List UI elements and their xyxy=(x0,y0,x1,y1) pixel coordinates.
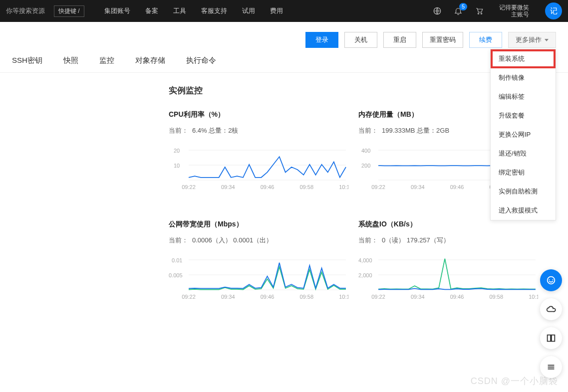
content: 实例监控 CPU利用率（%） 当前： 6.4% 总量：2核 20 10 xyxy=(0,73,568,317)
chart-cpu-meta: 当前： 6.4% 总量：2核 xyxy=(169,126,348,135)
chart-cpu: CPU利用率（%） 当前： 6.4% 总量：2核 20 10 09:2209:3… xyxy=(169,110,348,195)
dropdown-edit-tags[interactable]: 编辑标签 xyxy=(491,87,556,106)
svg-text:10: 10 xyxy=(174,163,180,169)
notification-badge: 5 xyxy=(459,3,467,10)
chart-diskio-plot: 4,000 2,000 09:2209:3409:4609:5810:10 xyxy=(358,250,538,305)
globe-icon[interactable] xyxy=(432,6,442,16)
chevron-down-icon xyxy=(545,39,549,41)
chart-cpu-meta-value: 6.4% 总量：2核 xyxy=(192,126,238,135)
svg-point-2 xyxy=(481,13,482,14)
tab-ssh-keys[interactable]: SSH密钥 xyxy=(12,56,42,65)
chart-diskio: 系统盘IO（KB/s） 当前： 0（读） 179.257（写） 4,000 2,… xyxy=(358,220,538,305)
search-hint[interactable]: 你等搜索资源 xyxy=(6,6,45,15)
chart-bandwidth-meta: 当前： 0.0006（入） 0.0001（出） xyxy=(169,236,348,245)
svg-text:09:34: 09:34 xyxy=(411,184,425,190)
dropdown-change-ip[interactable]: 更换公网IP xyxy=(491,125,556,144)
login-button[interactable]: 登录 xyxy=(305,32,338,48)
svg-text:09:46: 09:46 xyxy=(450,184,464,190)
nav-group-account[interactable]: 集团账号 xyxy=(104,6,130,15)
shortcut-key-button[interactable]: 快捷键 / xyxy=(54,5,84,17)
svg-point-1 xyxy=(478,13,479,14)
restart-button[interactable]: 重启 xyxy=(383,32,416,48)
chart-bandwidth: 公网带宽使用（Mbps） 当前： 0.0006（入） 0.0001（出） 0.0… xyxy=(169,220,348,305)
nav-beian[interactable]: 备案 xyxy=(145,6,158,15)
dropdown-rescue-mode[interactable]: 进入救援模式 xyxy=(491,201,556,220)
svg-text:09:58: 09:58 xyxy=(299,184,313,190)
bell-icon[interactable]: 5 xyxy=(453,6,463,16)
action-row: 登录 关机 重启 重置密码 续费 更多操作 重装系统 制作镜像 编辑标签 升级套… xyxy=(0,22,568,56)
topbar-icons: 5 记得要微笑 主账号 记 xyxy=(432,2,562,19)
nav-tools[interactable]: 工具 xyxy=(173,6,186,15)
svg-text:200: 200 xyxy=(361,163,370,169)
svg-text:400: 400 xyxy=(361,148,370,154)
topbar: 你等搜索资源 快捷键 / 集团账号 备案 工具 客服支持 试用 费用 5 记得要… xyxy=(0,0,568,22)
nav-support[interactable]: 客服支持 xyxy=(201,6,227,15)
chart-memory-meta-label: 当前： xyxy=(358,126,378,135)
user-label-line1: 记得要微笑 xyxy=(499,4,529,11)
tab-monitor[interactable]: 监控 xyxy=(99,56,114,65)
nav-billing[interactable]: 费用 xyxy=(270,6,283,15)
chart-bandwidth-meta-label: 当前： xyxy=(169,236,188,245)
cloud-float-button[interactable] xyxy=(540,298,562,320)
docs-float-button[interactable] xyxy=(540,327,562,349)
chart-diskio-title: 系统盘IO（KB/s） xyxy=(358,220,538,229)
dropdown-bind-key[interactable]: 绑定密钥 xyxy=(491,163,556,182)
tab-object-storage[interactable]: 对象存储 xyxy=(135,56,165,65)
svg-text:09:22: 09:22 xyxy=(371,294,385,300)
svg-text:09:34: 09:34 xyxy=(221,184,235,190)
svg-text:10:10: 10:10 xyxy=(339,184,348,190)
svg-text:09:22: 09:22 xyxy=(371,184,385,190)
svg-text:09:58: 09:58 xyxy=(489,294,503,300)
chart-bandwidth-title: 公网带宽使用（Mbps） xyxy=(169,220,348,229)
chart-memory-meta-value: 199.333MB 总量：2GB xyxy=(382,126,449,135)
svg-text:10:10: 10:10 xyxy=(529,294,538,300)
dropdown-self-detect[interactable]: 实例自助检测 xyxy=(491,182,556,201)
nav-trial[interactable]: 试用 xyxy=(242,6,255,15)
cart-icon[interactable] xyxy=(474,6,484,16)
float-buttons xyxy=(540,269,562,378)
svg-text:0.005: 0.005 xyxy=(169,272,183,278)
avatar[interactable]: 记 xyxy=(545,2,562,19)
chart-cpu-plot: 20 10 09:2209:3409:4609:5810:10 xyxy=(169,140,348,195)
user-label-line2: 主账号 xyxy=(499,11,529,18)
dropdown-create-image[interactable]: 制作镜像 xyxy=(491,68,556,87)
svg-text:10:10: 10:10 xyxy=(339,294,348,300)
chart-diskio-meta: 当前： 0（读） 179.257（写） xyxy=(358,236,538,245)
svg-text:09:58: 09:58 xyxy=(299,294,313,300)
svg-text:09:46: 09:46 xyxy=(261,294,275,300)
top-nav: 集团账号 备案 工具 客服支持 试用 费用 xyxy=(104,6,283,15)
more-actions-label: 更多操作 xyxy=(516,35,542,44)
chart-cpu-title: CPU利用率（%） xyxy=(169,110,348,119)
tab-exec-command[interactable]: 执行命令 xyxy=(186,56,216,65)
renew-button[interactable]: 续费 xyxy=(469,32,502,48)
svg-text:0.01: 0.01 xyxy=(172,257,182,263)
chart-cpu-meta-label: 当前： xyxy=(169,126,188,135)
tab-snapshot[interactable]: 快照 xyxy=(63,56,78,65)
shutdown-button[interactable]: 关机 xyxy=(344,32,377,48)
support-float-button[interactable] xyxy=(540,269,562,291)
more-actions-button[interactable]: 更多操作 xyxy=(508,32,556,48)
svg-text:4,000: 4,000 xyxy=(358,257,372,263)
chart-bandwidth-plot: 0.01 0.005 09:2209:3409:4609:5810:10 xyxy=(169,250,348,305)
svg-text:09:46: 09:46 xyxy=(261,184,275,190)
svg-text:09:46: 09:46 xyxy=(450,294,464,300)
dropdown-upgrade-plan[interactable]: 升级套餐 xyxy=(491,106,556,125)
chart-bandwidth-meta-value: 0.0006（入） 0.0001（出） xyxy=(192,236,273,245)
svg-text:09:34: 09:34 xyxy=(411,294,425,300)
user-label[interactable]: 记得要微笑 主账号 xyxy=(499,4,529,18)
svg-text:09:22: 09:22 xyxy=(182,294,196,300)
svg-text:2,000: 2,000 xyxy=(358,272,372,278)
svg-text:09:34: 09:34 xyxy=(221,294,235,300)
svg-point-43 xyxy=(548,277,555,284)
dropdown-reinstall-os[interactable]: 重装系统 xyxy=(491,49,556,68)
chart-diskio-meta-label: 当前： xyxy=(358,236,378,245)
more-actions-dropdown: 重装系统 制作镜像 编辑标签 升级套餐 更换公网IP 退还/销毁 绑定密钥 实例… xyxy=(490,49,556,220)
chart-diskio-meta-value: 0（读） 179.257（写） xyxy=(382,236,450,245)
menu-float-button[interactable] xyxy=(540,356,562,378)
tabs-row: SSH密钥 快照 监控 对象存储 执行命令 xyxy=(0,56,568,73)
svg-text:20: 20 xyxy=(174,148,180,154)
svg-text:09:22: 09:22 xyxy=(182,184,196,190)
reset-password-button[interactable]: 重置密码 xyxy=(422,32,463,48)
dropdown-return-destroy[interactable]: 退还/销毁 xyxy=(491,144,556,163)
